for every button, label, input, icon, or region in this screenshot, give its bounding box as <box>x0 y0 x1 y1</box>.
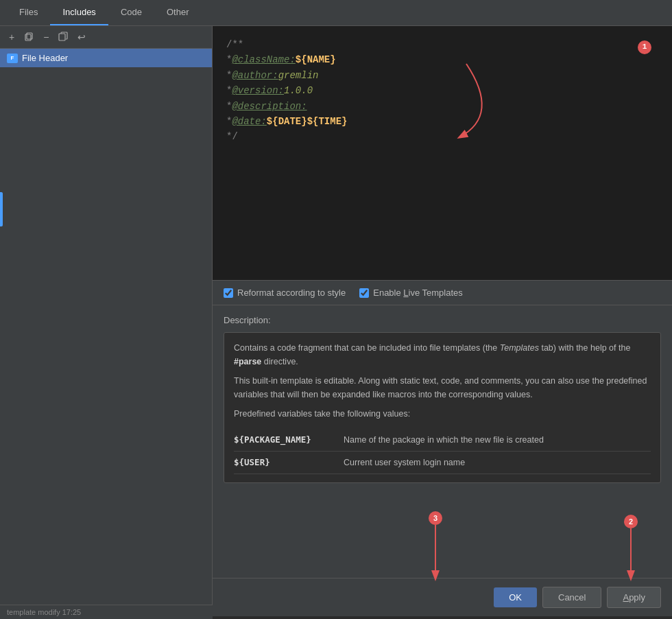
parse-bold: #parse <box>234 357 261 366</box>
badge-1-container: 1 <box>638 38 651 54</box>
tab-files[interactable]: Files <box>7 0 50 25</box>
file-list: F File Header <box>0 49 212 616</box>
status-bar: template modify 17:25 <box>0 605 213 619</box>
ok-button[interactable]: OK <box>494 587 537 607</box>
tabs-bar: Files Includes Code Other <box>0 0 672 26</box>
live-templates-checkbox-label[interactable]: Enable Live Templates <box>359 288 463 298</box>
apply-label: Apply <box>623 592 645 603</box>
bottom-bar: OK Cancel Apply <box>213 578 672 616</box>
description-text-2: This built-in template is editable. Alon… <box>234 374 651 401</box>
tab-includes[interactable]: Includes <box>50 0 108 25</box>
add-button[interactable]: + <box>5 31 18 43</box>
apply-button[interactable]: Apply <box>607 587 661 608</box>
right-panel: /** * @className: ${NAME} * @author: gre… <box>213 26 672 616</box>
variables-table: ${PACKAGE_NAME} Name of the package in w… <box>234 429 651 474</box>
code-line-6: * @date: ${DATE} ${TIME} <box>226 114 658 129</box>
toolbar: + − ↩ <box>0 26 212 49</box>
tab-other[interactable]: Other <box>154 0 202 25</box>
templates-italic: Templates <box>500 343 539 353</box>
copy-button[interactable] <box>21 30 37 44</box>
code-editor[interactable]: /** * @className: ${NAME} * @author: gre… <box>213 26 672 280</box>
file-item-label: File Header <box>22 53 68 63</box>
var-row-package: ${PACKAGE_NAME} Name of the package in w… <box>234 429 651 452</box>
code-line-7: */ <box>226 129 658 144</box>
svg-rect-1 <box>27 33 32 39</box>
reformat-checkbox-label[interactable]: Reformat according to style <box>224 288 346 298</box>
svg-rect-0 <box>25 34 31 40</box>
code-line-5: * @description: <box>226 99 658 114</box>
remove-button[interactable]: − <box>40 31 52 43</box>
live-templates-label: Enable Live Templates <box>373 288 463 298</box>
var-row-user: ${USER} Current user system login name <box>234 452 651 474</box>
options-row: Reformat according to style Enable Live … <box>213 280 672 305</box>
description-area: Description: Contains a code fragment th… <box>213 305 672 578</box>
svg-rect-2 <box>59 34 65 40</box>
description-text-1: Contains a code fragment that can be inc… <box>234 341 651 369</box>
reformat-label: Reformat according to style <box>237 288 346 298</box>
code-line-3: * @author: gremlin <box>226 68 658 83</box>
file-item-header[interactable]: F File Header <box>0 49 212 67</box>
description-box: Contains a code fragment that can be inc… <box>224 332 661 483</box>
tab-code[interactable]: Code <box>108 0 154 25</box>
cancel-button[interactable]: Cancel <box>542 587 601 608</box>
duplicate-button[interactable] <box>55 30 71 44</box>
left-accent-bar <box>0 192 3 226</box>
var-desc-user: Current user system login name <box>344 456 651 469</box>
badge-1: 1 <box>638 40 651 54</box>
reformat-checkbox[interactable] <box>224 288 233 298</box>
description-text-3: Predefined variables take the following … <box>234 407 651 421</box>
var-desc-package: Name of the package in which the new fil… <box>344 433 651 447</box>
var-name-user: ${USER} <box>234 456 344 469</box>
var-name-package: ${PACKAGE_NAME} <box>234 433 344 447</box>
main-container: + − ↩ F File Header template modify 17:2… <box>0 26 672 616</box>
code-line-4: * @version: 1.0.0 <box>226 83 658 98</box>
description-label: Description: <box>224 315 661 325</box>
left-panel: + − ↩ F File Header template modify 17:2… <box>0 26 213 616</box>
live-templates-checkbox[interactable] <box>359 288 369 298</box>
code-line-2: * @className: ${NAME} <box>226 52 658 67</box>
reset-button[interactable]: ↩ <box>74 31 89 43</box>
code-line-1: /** <box>226 37 658 52</box>
file-template-icon: F <box>7 54 18 63</box>
